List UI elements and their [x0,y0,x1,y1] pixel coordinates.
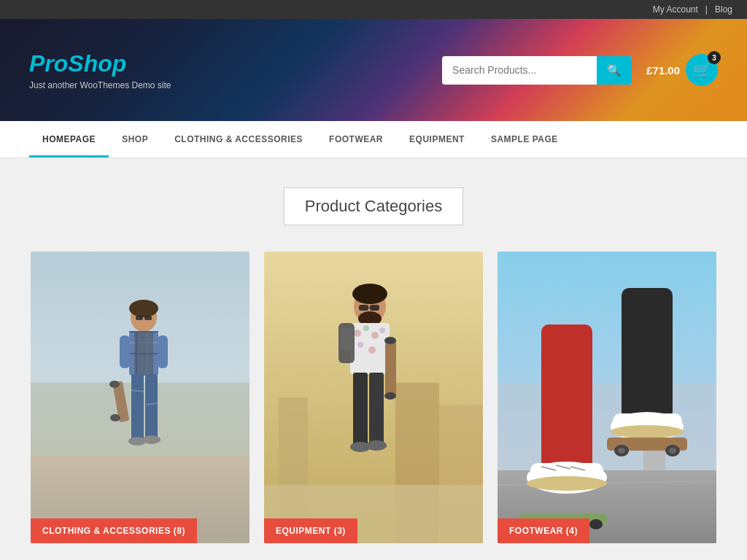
logo-pro: Pro [29,50,68,77]
search-input[interactable] [442,57,597,83]
clothing-label: CLOTHING & ACCESSORIES (8) [31,518,197,543]
category-card-clothing[interactable]: CLOTHING & ACCESSORIES (8) [31,252,249,543]
footwear-label: FOOTWEAR (4) [498,518,589,543]
main-content: Product Categories [0,158,747,560]
svg-rect-14 [120,335,130,368]
svg-rect-47 [385,339,396,397]
nav-homepage[interactable]: HOMEPAGE [29,121,109,158]
svg-rect-57 [541,324,592,470]
svg-point-61 [527,476,607,491]
svg-point-41 [357,342,363,348]
nav-footwear[interactable]: FOOTWEAR [316,121,396,158]
svg-point-20 [128,437,146,446]
product-grid: CLOTHING & ACCESSORIES (8) [29,252,718,543]
svg-point-42 [368,346,376,354]
cart-icon: 🛒 [693,61,711,79]
cart-price: £71.00 [646,64,680,77]
svg-rect-58 [622,288,673,419]
svg-rect-17 [145,374,158,440]
category-card-footwear[interactable]: FOOTWEAR (4) [498,252,716,543]
equipment-image [264,252,483,543]
svg-point-49 [384,392,396,400]
svg-point-24 [110,414,120,421]
svg-rect-46 [340,328,353,350]
svg-rect-33 [359,305,368,311]
header: ProShop Just another WooThemes Demo site… [0,19,747,121]
category-card-equipment[interactable]: EQUIPMENT (3) [264,252,483,543]
nav-equipment[interactable]: EQUIPMENT [396,121,478,158]
search-button[interactable]: 🔍 [597,56,632,85]
svg-point-21 [143,435,160,444]
search-cart-area: 🔍 £71.00 🛒 3 [442,54,718,86]
logo[interactable]: ProShop [29,50,171,77]
logo-area: ProShop Just another WooThemes Demo site [29,50,171,90]
svg-point-75 [589,519,603,529]
svg-point-40 [379,327,385,333]
svg-rect-34 [370,305,379,311]
clothing-image [31,252,249,543]
footwear-image [498,252,716,543]
cart-badge: 3 [708,51,721,64]
top-bar: My Account | Blog [0,0,747,19]
section-title-wrap: Product Categories [29,187,718,225]
svg-point-72 [669,448,676,454]
search-box: 🔍 [442,56,632,85]
svg-rect-13 [134,332,153,376]
nav-clothing-accessories[interactable]: CLOTHING & ACCESSORIES [161,121,316,158]
cart-area: £71.00 🛒 3 [646,54,718,86]
svg-point-51 [366,440,387,451]
nav: HOMEPAGE SHOP CLOTHING & ACCESSORIES FOO… [0,121,747,158]
nav-shop[interactable]: SHOP [109,121,161,158]
cart-button[interactable]: 🛒 3 [686,54,718,86]
svg-rect-6 [144,316,152,320]
my-account-link[interactable]: My Account [653,4,698,15]
svg-point-39 [371,332,379,339]
svg-rect-43 [353,373,368,446]
section-title: Product Categories [284,187,463,225]
svg-point-4 [129,300,158,317]
svg-rect-15 [158,335,168,368]
svg-point-71 [618,448,625,454]
svg-point-37 [354,330,361,337]
blog-link[interactable]: Blog [715,4,732,15]
svg-point-38 [363,325,369,331]
nav-sample-page[interactable]: SAMPLE PAGE [478,121,571,158]
svg-point-67 [611,425,684,438]
svg-point-23 [109,381,120,388]
svg-point-31 [352,284,387,304]
logo-shop: Shop [68,50,126,77]
separator: | [705,4,708,15]
svg-point-48 [384,337,396,344]
svg-rect-5 [136,316,143,320]
svg-rect-16 [131,374,144,440]
logo-tagline: Just another WooThemes Demo site [29,80,171,90]
equipment-label: EQUIPMENT (3) [264,518,357,543]
svg-rect-44 [369,373,384,446]
